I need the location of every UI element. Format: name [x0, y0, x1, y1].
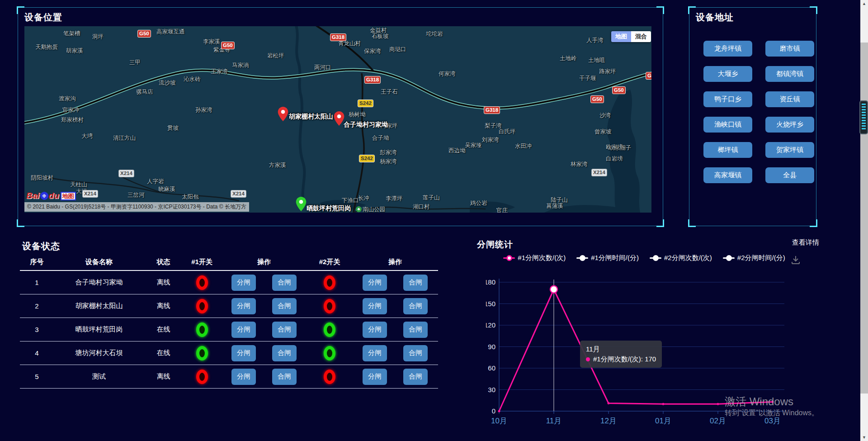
map-place-label: 岩松坪: [267, 52, 284, 60]
legend-item[interactable]: #2分闸时间/(分): [723, 254, 785, 262]
address-button-大堰乡[interactable]: 大堰乡: [703, 66, 752, 82]
map-marker-pin-icon[interactable]: [296, 197, 307, 211]
trip-button[interactable]: 分闸: [231, 345, 256, 361]
scrollbar-thumb[interactable]: [860, 43, 868, 394]
switch2-indicator: [307, 275, 352, 290]
operations-switch1: 分闸合闸: [221, 275, 307, 291]
close-button[interactable]: 合闸: [403, 369, 428, 385]
operations-switch1: 分闸合闸: [221, 298, 307, 314]
road-badge: S242: [359, 155, 375, 162]
operations-switch1: 分闸合闸: [221, 322, 307, 338]
map-place-label: 李潭坪: [386, 195, 403, 203]
map-place-label: 林家湾: [571, 161, 588, 168]
address-button-鸭子口乡[interactable]: 鸭子口乡: [703, 91, 752, 107]
close-button[interactable]: 合闸: [272, 369, 297, 385]
legend-item[interactable]: #1分闸时间/(分): [576, 254, 639, 262]
trip-button[interactable]: 分闸: [363, 298, 387, 314]
switch2-indicator: [307, 346, 352, 360]
legend-marker-icon: [503, 255, 515, 261]
map-place-label: 欧家塝: [606, 143, 623, 151]
switch2-indicator: [307, 322, 352, 337]
address-button-贺家坪镇[interactable]: 贺家坪镇: [765, 142, 814, 158]
dashboard: 设备位置 笔架槽洞坪高家堰互通天鹅抱蛋胡家溪李家溪紫金尊三甲流沙坡沁水砖骡马店王…: [0, 0, 868, 441]
corner-decoration: [810, 219, 817, 227]
map-place-label: 白氏坪: [499, 128, 516, 136]
address-button-渔峡口镇[interactable]: 渔峡口镇: [703, 117, 752, 133]
address-button-高家堰镇[interactable]: 高家堰镇: [703, 167, 752, 183]
legend-item[interactable]: #1分闸次数/(次): [503, 254, 566, 262]
scroll-up-arrow-icon[interactable]: ▲: [860, 1, 868, 6]
baidu-map[interactable]: 笔架槽洞坪高家堰互通天鹅抱蛋胡家溪李家溪紫金尊三甲流沙坡沁水砖骡马店王家湾马家淌…: [24, 26, 651, 213]
switch2-indicator: [307, 370, 352, 384]
switch1-indicator: [183, 275, 221, 290]
download-icon[interactable]: [790, 255, 801, 266]
trip-button[interactable]: 分闸: [363, 322, 387, 338]
road-badge: G50: [612, 86, 626, 94]
device-status-table: 序号设备名称状态#1开关操作#2开关操作 1合子坳村习家坳离线分闸合闸分闸合闸2…: [20, 254, 438, 389]
svg-text:03月: 03月: [764, 417, 781, 425]
scroll-down-arrow-icon[interactable]: ▼: [860, 435, 868, 440]
row-index: 4: [20, 349, 54, 357]
map-place-label: 两河口: [314, 64, 331, 71]
close-button[interactable]: 合闸: [272, 298, 297, 314]
park-icon: ♣: [356, 206, 362, 212]
svg-text:30: 30: [488, 386, 495, 394]
panel-title: 设备地址: [696, 11, 734, 24]
row-index: 3: [20, 326, 54, 333]
map-place-label: 土地岭: [560, 55, 577, 62]
address-button-龙舟坪镇[interactable]: 龙舟坪镇: [703, 41, 752, 57]
address-button-火烧坪乡[interactable]: 火烧坪乡: [765, 117, 814, 133]
map-place-label: 杨家湾: [380, 158, 397, 166]
trip-button[interactable]: 分闸: [363, 369, 387, 385]
map-type-option[interactable]: 混合: [631, 31, 651, 42]
trip-stats-title: 分闸统计: [477, 239, 513, 251]
trip-button[interactable]: 分闸: [231, 369, 256, 385]
close-button[interactable]: 合闸: [403, 345, 428, 361]
address-button-全县[interactable]: 全县: [765, 167, 814, 183]
map-place-label: 贯坡: [167, 124, 179, 132]
close-button[interactable]: 合闸: [403, 322, 428, 338]
trip-button[interactable]: 分闸: [231, 322, 256, 338]
trip-button[interactable]: 分闸: [231, 275, 256, 291]
logo-text: du: [49, 191, 59, 201]
road-badge: X214: [591, 169, 607, 176]
map-marker-pin-icon[interactable]: [278, 107, 288, 121]
map-place-label: 白岩塝: [606, 155, 623, 163]
address-button-磨市镇[interactable]: 磨市镇: [765, 41, 814, 57]
map-place-label: 王子石: [381, 88, 398, 96]
map-type-toggle[interactable]: 地图混合: [611, 31, 651, 42]
close-button[interactable]: 合闸: [272, 275, 297, 291]
corner-decoration: [688, 6, 696, 14]
device-name: 合子坳村习家坳: [54, 278, 144, 287]
legend-item[interactable]: #2分闸次数/(次): [650, 254, 712, 262]
scroll-gadget[interactable]: [859, 100, 868, 134]
device-status: 在线: [144, 325, 183, 334]
trip-button[interactable]: 分闸: [363, 345, 387, 361]
address-button-资丘镇[interactable]: 资丘镇: [765, 91, 814, 107]
svg-text:02月: 02月: [710, 417, 726, 425]
trip-button[interactable]: 分闸: [363, 275, 387, 291]
map-place-label: 湖口村: [413, 203, 430, 211]
map-place-label: 阴阳坡村: [31, 174, 53, 182]
map-marker-pin-icon[interactable]: [334, 111, 344, 126]
logo-map-badge: 地图: [61, 192, 76, 200]
svg-text:12月: 12月: [600, 417, 617, 425]
road-badge: G318: [364, 76, 381, 84]
map-place-label: 土地咀: [588, 57, 605, 64]
view-details-link[interactable]: 查看详情: [792, 238, 819, 247]
map-place-label: 南山公园: [363, 206, 385, 213]
green-led-icon: [324, 322, 335, 337]
baidu-logo: Bai ❉ du 地图: [26, 191, 76, 201]
close-button[interactable]: 合闸: [403, 298, 428, 314]
close-button[interactable]: 合闸: [272, 345, 297, 361]
map-type-option[interactable]: 地图: [611, 31, 631, 42]
page-scrollbar[interactable]: ▲ ▼: [860, 0, 868, 441]
address-button-榔坪镇[interactable]: 榔坪镇: [703, 142, 752, 158]
address-button-都镇湾镇[interactable]: 都镇湾镇: [765, 66, 814, 82]
trip-button[interactable]: 分闸: [231, 298, 256, 314]
close-button[interactable]: 合闸: [403, 275, 428, 291]
map-place-label: 长冲: [358, 194, 369, 202]
close-button[interactable]: 合闸: [272, 322, 297, 338]
road-badge: X214: [231, 190, 246, 198]
trip-stats-chart[interactable]: 030609012015018010月11月12月01月02月03月 11月 #…: [486, 270, 802, 436]
